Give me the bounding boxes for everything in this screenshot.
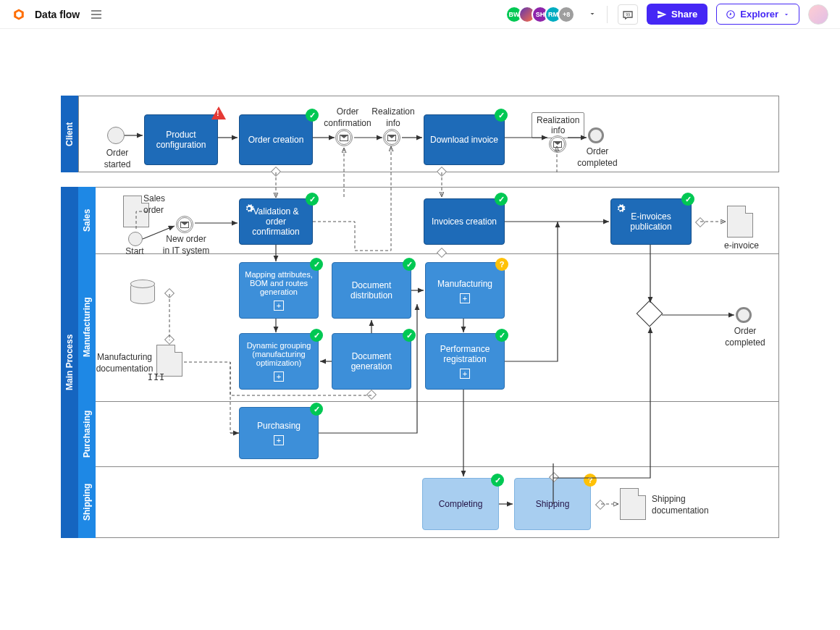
app-header: Data flow BW SH RM +8 99 Share Explorer [0, 0, 840, 29]
gear-icon [616, 203, 626, 216]
chevron-down-icon [783, 11, 790, 18]
doc-einvoice[interactable] [727, 206, 753, 238]
label-order-completed2: Order completed [721, 326, 769, 348]
status-ok-icon: ✓ [495, 193, 508, 206]
status-ok-icon: ✓ [403, 329, 416, 342]
task-completing[interactable]: Completing [422, 478, 499, 530]
task-label: Product configuration [156, 130, 206, 150]
event-realization2[interactable] [549, 135, 566, 153]
explorer-label: Explorer [740, 9, 778, 20]
task-product-configuration[interactable]: Product configuration [144, 114, 218, 165]
lane-header-main: Main Process [61, 187, 78, 538]
task-label: Order creation [248, 135, 304, 145]
status-ok-icon: ✓ [306, 109, 319, 122]
task-performance-registration[interactable]: Performance registration + [425, 333, 505, 390]
label-order-started: Order started [98, 148, 136, 170]
subprocess-icon: + [460, 293, 470, 303]
label-new-order-it: New order in IT system [160, 234, 212, 256]
svg-text:99: 99 [626, 12, 630, 17]
row-border-2 [96, 401, 779, 402]
event-new-order-it[interactable] [176, 216, 193, 233]
status-ok-icon: ✓ [495, 109, 508, 122]
subprocess-icon: + [274, 435, 284, 445]
task-label: E-invoices publication [630, 211, 671, 232]
lane-header-sales: Sales [78, 187, 96, 253]
task-invoices-creation[interactable]: Invoices creation [424, 198, 505, 245]
avatar-more[interactable]: +8 [558, 6, 575, 23]
share-button[interactable]: Share [647, 4, 707, 25]
task-purchasing[interactable]: Purchasing + [239, 407, 319, 459]
avatars-chevron-down-icon[interactable] [588, 8, 597, 21]
collaborator-avatars[interactable]: BW SH RM +8 [510, 6, 575, 23]
task-label: Invoices creation [432, 217, 497, 227]
subprocess-icon: + [274, 301, 284, 311]
event-order-confirmation[interactable] [335, 129, 353, 146]
status-ok-icon: ✓ [310, 258, 323, 271]
share-label: Share [671, 9, 697, 20]
event-start[interactable] [128, 232, 143, 246]
task-label: Manufacturing [437, 277, 492, 289]
task-label: Document distribution [350, 280, 392, 301]
event-order-completed2[interactable] [736, 307, 752, 323]
status-ok-icon: ✓ [403, 258, 416, 271]
status-warn-icon: ? [495, 258, 508, 271]
task-dynamic-grouping[interactable]: Dynamic grouping (manufacturing optimiza… [239, 333, 319, 390]
task-order-creation[interactable]: Order creation [239, 114, 313, 165]
profile-avatar[interactable] [808, 4, 828, 25]
diagram-canvas[interactable]: Client Main Process Sales Manufacturing … [0, 29, 840, 630]
status-ok-icon: ✓ [306, 193, 319, 206]
event-realization1[interactable] [383, 129, 400, 146]
label-shipping-doc: Shipping documentation [652, 494, 724, 516]
doc-shipping-doc[interactable] [620, 488, 646, 520]
subprocess-icon: + [274, 371, 284, 382]
task-doc-generation[interactable]: Document generation [332, 333, 411, 390]
task-label: Mapping attributes, BOM and routes gener… [245, 270, 313, 296]
event-order-completed[interactable] [588, 127, 604, 143]
task-mapping[interactable]: Mapping attributes, BOM and routes gener… [239, 262, 319, 319]
envelope-icon [180, 222, 189, 228]
gear-icon [244, 203, 254, 216]
status-ok-icon: ✓ [310, 329, 323, 342]
label-realization1: Realization info [370, 106, 416, 129]
label-einvoice: e-invoice [720, 240, 763, 252]
task-label: Shipping [536, 499, 570, 509]
task-label: Purchasing [257, 421, 301, 431]
task-label: Document generation [351, 351, 392, 371]
lane-header-ship: Shipping [78, 466, 96, 538]
header-divider [607, 6, 608, 23]
lane-header-mfg: Manufacturing [78, 253, 96, 401]
task-download-invoice[interactable]: Download invoice [424, 114, 505, 165]
subprocess-icon: + [460, 369, 470, 379]
label-start: Start [120, 246, 149, 258]
label-order-completed: Order completed [574, 146, 621, 169]
hamburger-menu-icon[interactable] [91, 7, 106, 22]
label-realization2-box: Realization info [532, 112, 584, 138]
status-ok-icon: ✓ [310, 403, 323, 416]
event-order-started[interactable] [107, 127, 125, 144]
compass-icon [726, 9, 736, 20]
task-manufacturing[interactable]: Manufacturing + [425, 262, 505, 319]
page-title: Data flow [35, 9, 80, 20]
task-einvoices-publication[interactable]: E-invoices publication [610, 198, 692, 245]
status-ok-icon: ✓ [681, 193, 694, 206]
task-doc-distribution[interactable]: Document distribution [332, 262, 411, 319]
task-validation[interactable]: Validation & order confirmation [239, 198, 313, 245]
task-label: Dynamic grouping (manufacturing optimiza… [247, 341, 311, 367]
paper-plane-icon [657, 9, 667, 20]
envelope-icon [340, 135, 348, 141]
label-sales-order: Sales order [143, 193, 175, 216]
task-shipping[interactable]: Shipping [514, 478, 591, 530]
status-ok-icon: ✓ [491, 474, 504, 487]
feedback-button[interactable]: 99 [618, 4, 638, 25]
label-mfg-doc: Manufacturing documentation [94, 352, 155, 374]
explorer-button[interactable]: Explorer [716, 4, 799, 25]
lane-header-purch: Purchasing [78, 401, 96, 466]
status-ok-icon: ✓ [495, 329, 508, 342]
envelope-icon [387, 135, 396, 141]
lane-header-client: Client [61, 96, 78, 172]
datastore-icon[interactable] [130, 282, 155, 304]
task-label: Completing [439, 499, 483, 509]
row-border-3 [96, 466, 779, 467]
task-label: Performance registration [440, 344, 490, 364]
status-warn-icon: ? [584, 474, 597, 487]
